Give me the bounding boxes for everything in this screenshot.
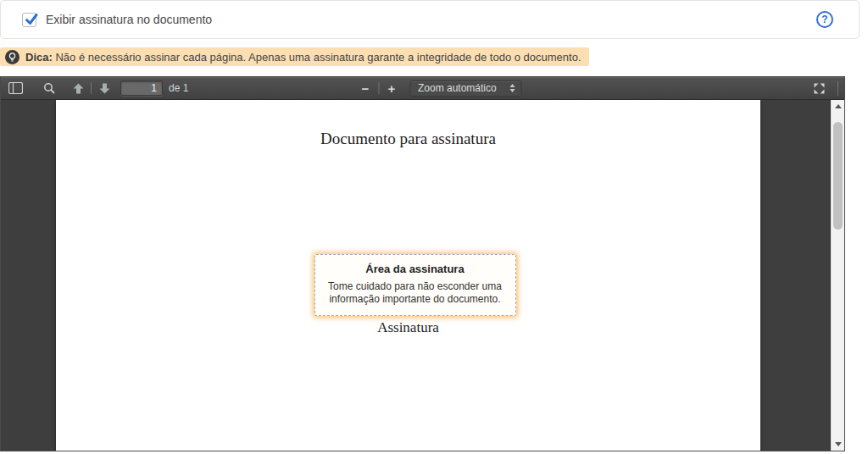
- next-page-button[interactable]: [93, 78, 115, 98]
- page-number-input[interactable]: [120, 80, 163, 96]
- help-icon[interactable]: ?: [816, 11, 833, 28]
- signature-area-text: Tome cuidado para não esconder uma infor…: [322, 280, 509, 307]
- signature-option-card: Exibir assinatura no documento ?: [0, 0, 860, 39]
- sidebar-toggle-button[interactable]: [4, 78, 26, 98]
- zoom-select[interactable]: Zoom automático: [409, 80, 521, 97]
- search-button[interactable]: [38, 78, 60, 98]
- show-signature-label: Exibir assinatura no documento: [46, 13, 212, 26]
- pdf-viewer: de 1 − + Zoom automático: [0, 76, 845, 451]
- pdf-content-area: Documento para assinatura Área da assina…: [1, 100, 831, 451]
- pdf-toolbar: de 1 − + Zoom automático: [1, 77, 844, 100]
- viewer-scrollbar[interactable]: [831, 100, 844, 451]
- presentation-mode-button[interactable]: [808, 78, 830, 98]
- scrollbar-thumb[interactable]: [833, 122, 843, 230]
- page-count-label: de 1: [169, 82, 188, 94]
- zoom-in-button[interactable]: +: [381, 78, 403, 98]
- document-title: Documento para assinatura: [56, 130, 760, 148]
- sidebar-toggle-icon: [8, 82, 23, 94]
- show-signature-checkbox[interactable]: [22, 13, 36, 27]
- signature-area-box[interactable]: Área da assinatura Tome cuidado para não…: [314, 254, 516, 316]
- page-down-icon: [99, 83, 110, 94]
- scroll-up-icon[interactable]: [835, 104, 842, 108]
- signature-label: Assinatura: [56, 319, 760, 336]
- tip-text: Dica: Não é necessário assinar cada pági…: [25, 51, 581, 64]
- zoom-out-button[interactable]: −: [354, 78, 376, 98]
- scroll-down-icon[interactable]: [835, 442, 842, 446]
- tip-bar: Dica: Não é necessário assinar cada pági…: [0, 47, 589, 66]
- signature-area-title: Área da assinatura: [322, 263, 509, 275]
- previous-page-button[interactable]: [67, 78, 89, 98]
- search-icon: [43, 82, 55, 94]
- pdf-page: Documento para assinatura Área da assina…: [56, 100, 760, 451]
- page-up-icon: [73, 83, 84, 94]
- zoom-select-value: Zoom automático: [418, 82, 497, 94]
- tip-body: Não é necessário assinar cada página. Ap…: [55, 51, 581, 64]
- checkmark-icon: [24, 12, 39, 27]
- show-signature-checkbox-row[interactable]: Exibir assinatura no documento: [22, 13, 212, 27]
- select-arrows-icon: [509, 84, 515, 92]
- lightbulb-icon: [5, 50, 19, 64]
- tip-prefix: Dica:: [25, 51, 53, 64]
- fullscreen-icon: [814, 83, 825, 94]
